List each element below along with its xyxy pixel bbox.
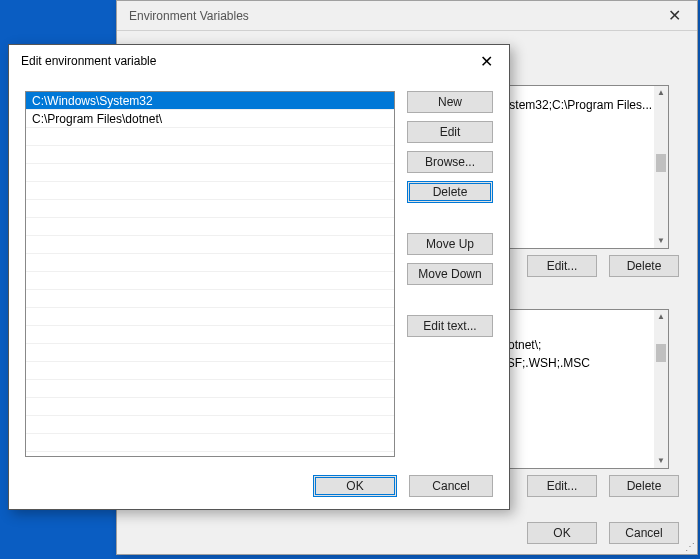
scroll-thumb[interactable] xyxy=(656,154,666,172)
path-entry[interactable] xyxy=(26,290,394,308)
path-entry[interactable] xyxy=(26,398,394,416)
close-icon[interactable]: ✕ xyxy=(471,52,501,71)
scroll-down-icon[interactable]: ▼ xyxy=(657,454,665,468)
scrollbar[interactable]: ▲ ▼ xyxy=(654,86,668,248)
path-entry[interactable] xyxy=(26,344,394,362)
scroll-thumb[interactable] xyxy=(656,344,666,362)
path-entry[interactable] xyxy=(26,236,394,254)
edit-button[interactable]: Edit xyxy=(407,121,493,143)
edit-button[interactable]: Edit... xyxy=(527,475,597,497)
edit-environment-variable-dialog: Edit environment variable ✕ C:\Windows\S… xyxy=(8,44,510,510)
cancel-button[interactable]: Cancel xyxy=(609,522,679,544)
path-entry[interactable] xyxy=(26,326,394,344)
ok-button[interactable]: OK xyxy=(313,475,397,497)
path-entry[interactable] xyxy=(26,272,394,290)
titlebar: Edit environment variable ✕ xyxy=(9,45,509,77)
path-entry[interactable] xyxy=(26,362,394,380)
browse-button[interactable]: Browse... xyxy=(407,151,493,173)
scroll-up-icon[interactable]: ▲ xyxy=(657,310,665,324)
path-entry[interactable]: C:\Windows\System32 xyxy=(26,92,394,110)
path-entry[interactable] xyxy=(26,218,394,236)
ok-button[interactable]: OK xyxy=(527,522,597,544)
path-entry[interactable] xyxy=(26,128,394,146)
path-entry[interactable] xyxy=(26,380,394,398)
path-entry[interactable] xyxy=(26,182,394,200)
delete-button[interactable]: Delete xyxy=(609,255,679,277)
path-entry[interactable] xyxy=(26,146,394,164)
path-entry[interactable] xyxy=(26,416,394,434)
path-entry[interactable] xyxy=(26,434,394,452)
close-icon[interactable]: ✕ xyxy=(659,6,689,25)
move-up-button[interactable]: Move Up xyxy=(407,233,493,255)
new-button[interactable]: New xyxy=(407,91,493,113)
path-entry[interactable] xyxy=(26,200,394,218)
delete-button[interactable]: Delete xyxy=(407,181,493,203)
move-down-button[interactable]: Move Down xyxy=(407,263,493,285)
edit-text-button[interactable]: Edit text... xyxy=(407,315,493,337)
dialog-title: Edit environment variable xyxy=(21,54,156,68)
path-entry[interactable] xyxy=(26,254,394,272)
scroll-up-icon[interactable]: ▲ xyxy=(657,86,665,100)
path-entry[interactable]: C:\Program Files\dotnet\ xyxy=(26,110,394,128)
resize-grip-icon[interactable]: ⋰ xyxy=(685,541,693,552)
path-entries-list[interactable]: C:\Windows\System32C:\Program Files\dotn… xyxy=(25,91,395,457)
delete-button[interactable]: Delete xyxy=(609,475,679,497)
titlebar: Environment Variables ✕ xyxy=(117,1,697,31)
cancel-button[interactable]: Cancel xyxy=(409,475,493,497)
scrollbar[interactable]: ▲ ▼ xyxy=(654,310,668,468)
scroll-down-icon[interactable]: ▼ xyxy=(657,234,665,248)
path-entry[interactable] xyxy=(26,308,394,326)
edit-button[interactable]: Edit... xyxy=(527,255,597,277)
path-entry[interactable] xyxy=(26,164,394,182)
dialog-title: Environment Variables xyxy=(129,9,249,23)
